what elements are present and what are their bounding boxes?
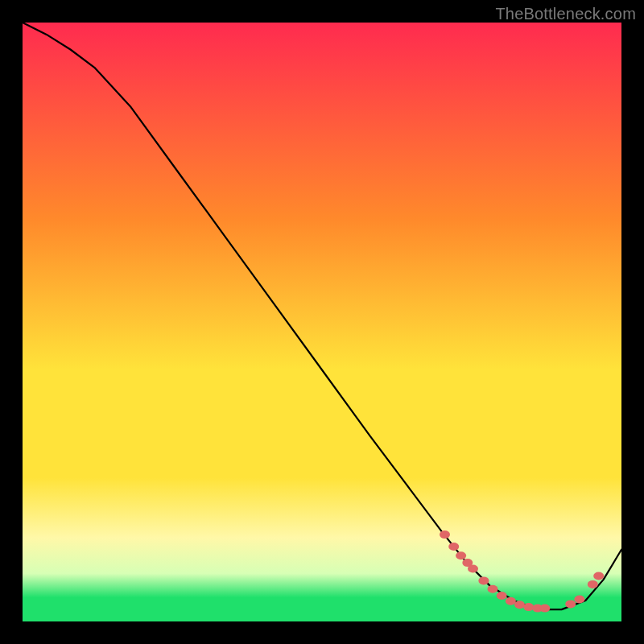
data-marker — [565, 600, 576, 608]
data-marker — [456, 551, 466, 559]
data-marker — [468, 565, 478, 573]
plot-area — [23, 23, 621, 621]
data-marker — [514, 601, 525, 609]
data-marker — [539, 605, 550, 613]
chart-svg — [23, 23, 621, 621]
data-marker — [497, 592, 507, 600]
chart-root: TheBottleneck.com — [0, 0, 644, 644]
data-marker — [588, 580, 598, 588]
gradient-background — [23, 23, 621, 621]
watermark-text: TheBottleneck.com — [495, 5, 636, 23]
data-marker — [574, 596, 584, 604]
data-marker — [448, 543, 459, 551]
data-marker — [478, 576, 489, 584]
data-marker — [593, 572, 604, 580]
data-marker — [488, 585, 498, 593]
data-marker — [523, 603, 534, 611]
data-marker — [440, 530, 450, 539]
data-marker — [506, 597, 516, 605]
